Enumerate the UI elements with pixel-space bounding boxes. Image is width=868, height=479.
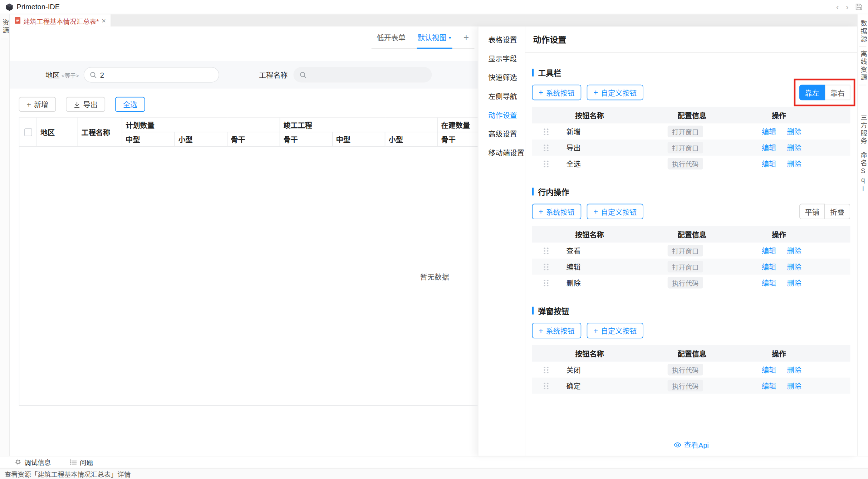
tab-report[interactable]: 建筑工程基本情况汇总表* × — [10, 14, 112, 26]
close-icon[interactable]: × — [102, 16, 106, 25]
custom-button-add[interactable]: + 自定义按钮 — [587, 204, 643, 219]
region-filter-operator[interactable]: <等于> — [62, 70, 79, 79]
delete-link[interactable]: 删除 — [787, 382, 801, 390]
forward-icon[interactable]: › — [846, 3, 849, 11]
button-name: 关闭 — [560, 364, 662, 375]
list-icon — [70, 459, 77, 465]
region-search-box[interactable] — [83, 67, 219, 82]
column-header[interactable]: 小型 — [175, 132, 227, 146]
sidebar-item-resources[interactable]: 资源 — [1, 18, 8, 39]
layout-toggle-group: 平铺 折叠 — [799, 204, 850, 219]
config-badge: 打开窗口 — [668, 261, 703, 273]
column-group-completed[interactable]: 竣工工程 — [280, 118, 437, 132]
drag-handle-icon[interactable] — [543, 263, 549, 270]
nav-item-advanced-settings[interactable]: 高级设置 — [478, 125, 525, 144]
plus-icon: + — [539, 207, 543, 216]
nav-item-action-settings[interactable]: 动作设置 — [478, 106, 525, 125]
edit-link[interactable]: 编辑 — [762, 366, 776, 374]
tile-toggle[interactable]: 平铺 — [799, 204, 825, 219]
system-button-add[interactable]: + 系统按钮 — [532, 204, 581, 219]
plus-icon: + — [539, 88, 543, 97]
project-search-box[interactable] — [293, 67, 432, 82]
view-api-link[interactable]: 查看Api — [525, 440, 857, 450]
nav-item-quick-filter[interactable]: 快速筛选 — [478, 69, 525, 88]
app-title: Primeton-IDE — [16, 3, 60, 11]
app-window: Primeton-IDE ‹ › 资源 建筑工程基本情况汇总表* × — [0, 0, 868, 479]
nav-item-mobile-settings[interactable]: 移动端设置 — [478, 144, 525, 163]
button-name: 新增 — [560, 126, 662, 137]
select-all-button[interactable]: 全选 — [115, 97, 145, 112]
custom-button-label: 自定义按钮 — [601, 325, 637, 336]
column-header[interactable]: 骨干 — [438, 132, 478, 146]
dialog-buttons-table: 按钮名称 配置信息 操作 关闭 执行代码 编辑 — [532, 345, 850, 394]
sidebar-item-thirdparty-services[interactable]: 三方服务 — [859, 111, 866, 148]
edit-link[interactable]: 编辑 — [762, 144, 776, 152]
delete-link[interactable]: 删除 — [787, 247, 801, 255]
custom-button-add[interactable]: + 自定义按钮 — [587, 323, 643, 338]
delete-link[interactable]: 删除 — [787, 144, 801, 152]
column-header[interactable]: 小型 — [385, 132, 438, 146]
delete-link[interactable]: 删除 — [787, 160, 801, 168]
select-all-checkbox[interactable] — [24, 129, 32, 137]
column-header[interactable]: 中型 — [332, 132, 385, 146]
align-left-toggle[interactable]: 靠左 — [799, 85, 825, 100]
align-toggle-group: 靠左 靠右 — [799, 85, 850, 100]
drag-handle-icon[interactable] — [543, 144, 549, 151]
export-button[interactable]: 导出 — [66, 97, 106, 112]
tab-lowcode-form[interactable]: 低开表单 — [377, 32, 406, 43]
drag-handle-icon[interactable] — [543, 366, 549, 373]
fold-toggle[interactable]: 折叠 — [825, 204, 850, 219]
problems-label: 问题 — [80, 458, 93, 467]
table-row: 新增 打开窗口 编辑 删除 — [532, 123, 850, 140]
button-name: 编辑 — [560, 262, 662, 272]
project-filter-input[interactable] — [310, 70, 425, 79]
edit-link[interactable]: 编辑 — [762, 160, 776, 168]
data-grid: 地区 工程名称 计划数量 竣工工程 在建数量 中型 小型 骨干 骨干 — [19, 117, 478, 406]
edit-link[interactable]: 编辑 — [762, 263, 776, 271]
nav-item-left-nav[interactable]: 左侧导航 — [478, 88, 525, 107]
save-icon[interactable] — [855, 3, 862, 10]
drag-handle-icon[interactable] — [543, 279, 549, 286]
edit-link[interactable]: 编辑 — [762, 279, 776, 287]
column-header[interactable]: 中型 — [122, 132, 175, 146]
sidebar-item-offline-resources[interactable]: 离线资源 — [859, 47, 866, 85]
delete-link[interactable]: 删除 — [787, 366, 801, 374]
back-icon[interactable]: ‹ — [836, 3, 839, 11]
sidebar-item-datasource[interactable]: 数据源 — [859, 16, 866, 47]
edit-link[interactable]: 编辑 — [762, 128, 776, 136]
nav-item-display-fields[interactable]: 显示字段 — [478, 50, 525, 69]
header-config-info: 配置信息 — [662, 229, 756, 239]
add-view-button[interactable]: + — [464, 32, 469, 43]
drag-handle-icon[interactable] — [543, 128, 549, 135]
column-header-project[interactable]: 工程名称 — [78, 118, 122, 146]
edit-link[interactable]: 编辑 — [762, 247, 776, 255]
custom-button-add[interactable]: + 自定义按钮 — [587, 85, 643, 100]
edit-link[interactable]: 编辑 — [762, 382, 776, 390]
problems-button[interactable]: 问题 — [70, 458, 93, 467]
drag-handle-icon[interactable] — [543, 382, 549, 389]
region-filter-input[interactable] — [100, 70, 213, 79]
sidebar-item-named-sql[interactable]: 命名Sql — [859, 148, 866, 197]
drag-handle-icon[interactable] — [543, 247, 549, 254]
debug-info-button[interactable]: 调试信息 — [14, 458, 51, 467]
grid-body: 暂无数据 — [19, 147, 478, 406]
plus-icon: + — [539, 326, 543, 335]
delete-link[interactable]: 删除 — [787, 263, 801, 271]
column-header[interactable]: 骨干 — [280, 132, 332, 146]
button-name: 全选 — [560, 158, 662, 169]
column-group-planned[interactable]: 计划数量 — [122, 118, 280, 132]
column-header-region[interactable]: 地区 — [37, 118, 78, 146]
column-header[interactable]: 骨干 — [227, 132, 280, 146]
system-button-add[interactable]: + 系统按钮 — [532, 85, 581, 100]
column-group-inprogress[interactable]: 在建数量 — [438, 118, 478, 132]
add-button[interactable]: + 新增 — [19, 97, 56, 112]
drag-handle-icon[interactable] — [543, 160, 549, 167]
system-button-add[interactable]: + 系统按钮 — [532, 323, 581, 338]
nav-item-table-settings[interactable]: 表格设置 — [478, 31, 525, 50]
delete-link[interactable]: 删除 — [787, 128, 801, 136]
align-right-toggle[interactable]: 靠右 — [825, 85, 850, 100]
section-title-toolbar: 工具栏 — [538, 67, 561, 78]
table-row: 编辑 打开窗口 编辑 删除 — [532, 259, 850, 275]
delete-link[interactable]: 删除 — [787, 279, 801, 287]
tab-default-view[interactable]: 默认视图 ▾ — [418, 26, 451, 48]
